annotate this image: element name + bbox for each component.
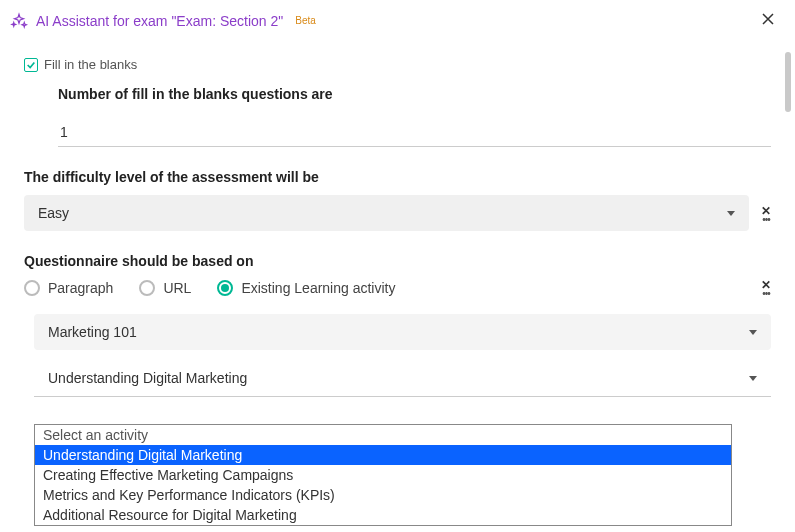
activity-dropdown-item[interactable]: Understanding Digital Marketing: [35, 445, 731, 465]
chevron-down-icon: [727, 211, 735, 216]
fill-blanks-count-input[interactable]: [58, 118, 771, 147]
dots-icon: •••: [762, 291, 770, 296]
fill-blanks-label: Fill in the blanks: [44, 57, 137, 72]
basis-radio-existing[interactable]: Existing Learning activity: [217, 280, 395, 296]
dots-icon: •••: [762, 217, 770, 222]
fill-blanks-count-label: Number of fill in the blanks questions a…: [58, 86, 771, 102]
basis-selects-wrap: Marketing 101 Understanding Digital Mark…: [24, 314, 771, 397]
fill-blanks-subsection: Number of fill in the blanks questions a…: [24, 86, 771, 147]
activity-dropdown-item[interactable]: Creating Effective Marketing Campaigns: [35, 465, 731, 485]
radio-dot-icon: [221, 284, 229, 292]
difficulty-row: Easy ✕ •••: [24, 195, 771, 231]
difficulty-value: Easy: [38, 205, 69, 221]
check-icon: [26, 60, 36, 70]
close-button[interactable]: [757, 8, 779, 33]
dialog-header: AI Assistant for exam "Exam: Section 2" …: [0, 0, 795, 41]
radio-icon: [217, 280, 233, 296]
difficulty-select[interactable]: Easy: [24, 195, 749, 231]
header-left: AI Assistant for exam "Exam: Section 2" …: [10, 12, 316, 30]
radio-icon: [139, 280, 155, 296]
basis-label: Questionnaire should be based on: [24, 253, 771, 269]
dialog-content: Fill in the blanks Number of fill in the…: [0, 41, 795, 397]
basis-clear-button[interactable]: ✕ •••: [761, 279, 771, 296]
difficulty-label: The difficulty level of the assessment w…: [24, 169, 771, 185]
basis-radio-paragraph[interactable]: Paragraph: [24, 280, 113, 296]
fill-blanks-checkbox[interactable]: [24, 58, 38, 72]
activity-dropdown-item[interactable]: Metrics and Key Performance Indicators (…: [35, 485, 731, 505]
activity-value: Understanding Digital Marketing: [48, 370, 247, 386]
fill-blanks-checkbox-row: Fill in the blanks: [24, 57, 771, 72]
radio-icon: [24, 280, 40, 296]
course-value: Marketing 101: [48, 324, 137, 340]
activity-dropdown: Select an activity Understanding Digital…: [34, 424, 732, 526]
basis-radio-existing-label: Existing Learning activity: [241, 280, 395, 296]
sparkle-icon: [10, 12, 28, 30]
chevron-down-icon: [749, 330, 757, 335]
activity-dropdown-placeholder[interactable]: Select an activity: [35, 425, 731, 445]
basis-radio-url[interactable]: URL: [139, 280, 191, 296]
chevron-down-icon: [749, 376, 757, 381]
basis-radio-paragraph-label: Paragraph: [48, 280, 113, 296]
basis-row: Paragraph URL Existing Learning activity…: [24, 279, 771, 296]
basis-radio-url-label: URL: [163, 280, 191, 296]
scrollbar-track[interactable]: [785, 52, 791, 528]
course-select[interactable]: Marketing 101: [34, 314, 771, 350]
beta-badge: Beta: [295, 15, 316, 26]
activity-select[interactable]: Understanding Digital Marketing: [34, 360, 771, 397]
scrollbar[interactable]: [783, 52, 793, 528]
activity-dropdown-item[interactable]: Additional Resource for Digital Marketin…: [35, 505, 731, 525]
basis-radio-group: Paragraph URL Existing Learning activity: [24, 280, 395, 296]
scrollbar-thumb[interactable]: [785, 52, 791, 112]
difficulty-clear-button[interactable]: ✕ •••: [761, 205, 771, 222]
dialog-title: AI Assistant for exam "Exam: Section 2": [36, 13, 283, 29]
